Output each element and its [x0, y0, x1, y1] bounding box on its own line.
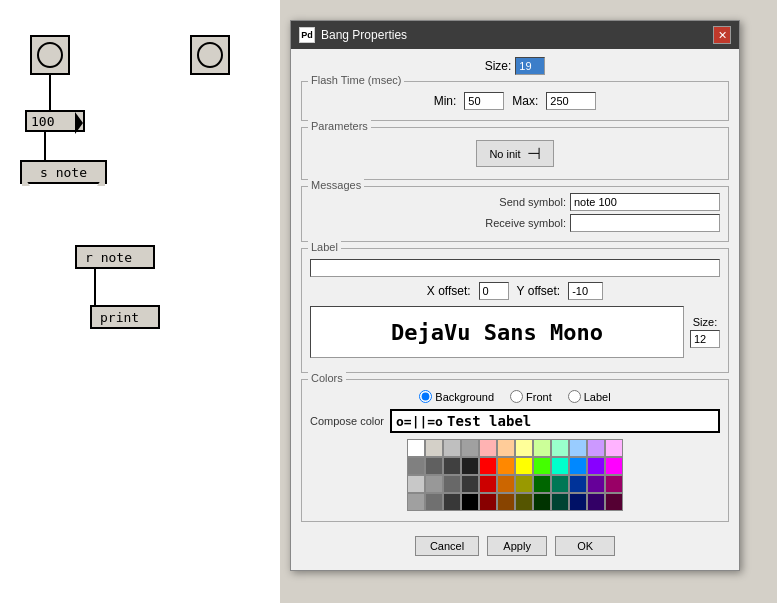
y-offset-input[interactable] [568, 282, 603, 300]
colors-content: Background Front Label Compose color o=|… [310, 386, 720, 515]
color-cell[interactable] [551, 457, 569, 475]
send-symbol-label: Send symbol: [499, 196, 566, 208]
receive-text: r note [85, 250, 132, 265]
color-cell[interactable] [407, 457, 425, 475]
color-cell[interactable] [569, 439, 587, 457]
bang-object-2[interactable] [190, 35, 230, 75]
color-cell[interactable] [425, 439, 443, 457]
bang-properties-dialog: Pd Bang Properties ✕ Size: Flash Time (m… [290, 20, 740, 571]
ok-button[interactable]: OK [555, 536, 615, 556]
color-row-row1 [407, 439, 623, 457]
dialog-body: Size: Flash Time (msec) Min: Max: Parame… [291, 49, 739, 570]
color-cell[interactable] [461, 475, 479, 493]
message-box-snote[interactable]: s note [20, 160, 107, 184]
color-cell[interactable] [551, 475, 569, 493]
size-input[interactable] [515, 57, 545, 75]
color-cell[interactable] [587, 475, 605, 493]
dialog-title: Bang Properties [321, 28, 407, 42]
color-cell[interactable] [533, 493, 551, 511]
color-cell[interactable] [515, 493, 533, 511]
no-init-button[interactable]: No init ⊣ [476, 140, 553, 167]
receive-symbol-label: Receive symbol: [485, 217, 566, 229]
params-legend: Parameters [308, 120, 371, 132]
radio-label[interactable]: Label [568, 390, 611, 403]
color-cell[interactable] [605, 475, 623, 493]
radio-front[interactable]: Front [510, 390, 552, 403]
receive-box[interactable]: r note [75, 245, 155, 269]
color-cell[interactable] [461, 457, 479, 475]
color-cell[interactable] [407, 493, 425, 511]
flash-row: Min: Max: [310, 88, 720, 114]
color-cell[interactable] [533, 457, 551, 475]
color-cell[interactable] [551, 493, 569, 511]
color-cell[interactable] [605, 493, 623, 511]
color-cell[interactable] [497, 439, 515, 457]
radio-background[interactable]: Background [419, 390, 494, 403]
color-cell[interactable] [443, 493, 461, 511]
flash-min-input[interactable] [464, 92, 504, 110]
color-cell[interactable] [407, 475, 425, 493]
params-section: Parameters No init ⊣ [301, 127, 729, 180]
color-cell[interactable] [443, 439, 461, 457]
size-row: Size: [301, 57, 729, 75]
color-cell[interactable] [479, 493, 497, 511]
color-cell[interactable] [533, 439, 551, 457]
compose-display: o=||=o Test label [390, 409, 720, 433]
color-cell[interactable] [443, 475, 461, 493]
size-label: Size: [485, 59, 512, 73]
color-cell[interactable] [425, 493, 443, 511]
print-box[interactable]: print [90, 305, 160, 329]
font-preview-box: DejaVu Sans Mono [310, 306, 684, 358]
color-cell[interactable] [605, 457, 623, 475]
color-cell[interactable] [515, 439, 533, 457]
color-cell[interactable] [497, 475, 515, 493]
color-cell[interactable] [443, 457, 461, 475]
color-cell[interactable] [479, 439, 497, 457]
color-cell[interactable] [497, 493, 515, 511]
color-cell[interactable] [461, 493, 479, 511]
color-cell[interactable] [587, 439, 605, 457]
color-cell[interactable] [533, 475, 551, 493]
color-cell[interactable] [569, 457, 587, 475]
color-cell[interactable] [605, 439, 623, 457]
cancel-button[interactable]: Cancel [415, 536, 479, 556]
flash-legend: Flash Time (msec) [308, 74, 404, 86]
color-cell[interactable] [407, 439, 425, 457]
x-offset-label: X offset: [427, 284, 471, 298]
send-symbol-row: Send symbol: [310, 193, 720, 211]
color-cell[interactable] [479, 475, 497, 493]
dialog-titlebar: Pd Bang Properties ✕ [291, 21, 739, 49]
color-cell[interactable] [551, 439, 569, 457]
compose-value: o=||=o [396, 414, 443, 429]
colors-legend: Colors [308, 372, 346, 384]
offset-row: X offset: Y offset: [310, 282, 720, 300]
wire-2 [44, 132, 46, 162]
font-size-input[interactable] [690, 330, 720, 348]
color-cell[interactable] [587, 493, 605, 511]
color-cell[interactable] [425, 457, 443, 475]
flash-max-input[interactable] [546, 92, 596, 110]
pd-icon: Pd [299, 27, 315, 43]
dialog-buttons: Cancel Apply OK [301, 528, 729, 562]
receive-symbol-input[interactable] [570, 214, 720, 232]
color-cell[interactable] [479, 457, 497, 475]
color-row-row3 [407, 475, 623, 493]
apply-button[interactable]: Apply [487, 536, 547, 556]
color-cell[interactable] [461, 439, 479, 457]
color-cell[interactable] [515, 457, 533, 475]
number-box[interactable]: 100 [25, 110, 85, 132]
send-symbol-input[interactable] [570, 193, 720, 211]
color-cell[interactable] [515, 475, 533, 493]
color-cell[interactable] [587, 457, 605, 475]
close-button[interactable]: ✕ [713, 26, 731, 44]
x-offset-input[interactable] [479, 282, 509, 300]
color-cell[interactable] [425, 475, 443, 493]
color-cell[interactable] [569, 475, 587, 493]
title-left: Pd Bang Properties [299, 27, 407, 43]
bang-object-1[interactable] [30, 35, 70, 75]
no-init-icon: ⊣ [527, 144, 541, 163]
color-cell[interactable] [569, 493, 587, 511]
colors-section: Colors Background Front Label [301, 379, 729, 522]
color-cell[interactable] [497, 457, 515, 475]
label-input[interactable] [310, 259, 720, 277]
